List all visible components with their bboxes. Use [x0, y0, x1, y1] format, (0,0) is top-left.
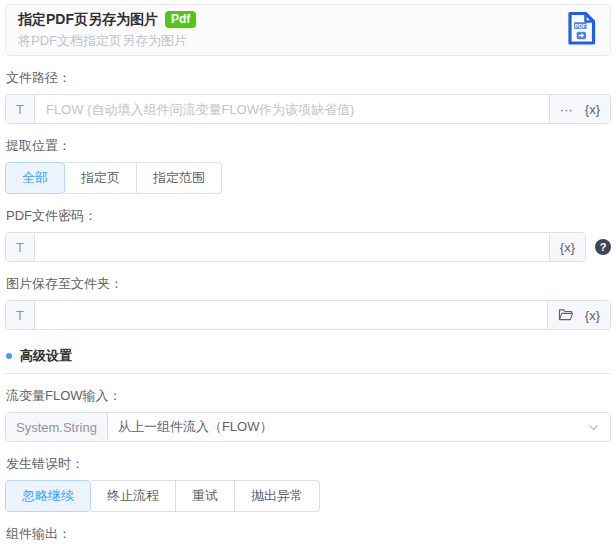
- component-output-label: 组件输出：: [6, 525, 609, 543]
- extract-position-radio-group: 全部 指定页 指定范围: [5, 162, 222, 194]
- page-subtitle: 将PDF文档指定页另存为图片: [18, 32, 196, 50]
- save-folder-input[interactable]: [35, 301, 547, 329]
- variable-picker-button[interactable]: {x}: [560, 241, 575, 254]
- radio-terminate-flow[interactable]: 终止流程: [91, 480, 176, 512]
- pdf-category-badge: Pdf: [165, 11, 196, 28]
- radio-specified-range[interactable]: 指定范围: [137, 162, 222, 194]
- advanced-settings-section-header: 高级设置: [6, 347, 611, 365]
- flow-input-select-group: System.String 从上一组件流入（FLOW）: [5, 412, 611, 442]
- pdf-password-label: PDF文件密码：: [6, 207, 609, 225]
- extract-position-label: 提取位置：: [6, 137, 609, 155]
- pdf-export-icon: PDF: [567, 11, 596, 49]
- help-icon[interactable]: ?: [595, 239, 611, 255]
- flow-input-selected-value: 从上一组件流入（FLOW）: [118, 418, 273, 436]
- bullet-dot-icon: [6, 353, 12, 359]
- variable-picker-button[interactable]: {x}: [585, 309, 600, 322]
- radio-all-pages[interactable]: 全部: [5, 162, 65, 194]
- radio-throw-exception[interactable]: 抛出异常: [235, 480, 320, 512]
- save-folder-input-group: T {x}: [5, 300, 611, 330]
- component-header: 指定PDF页另存为图片 Pdf 将PDF文档指定页另存为图片 PDF: [5, 4, 611, 56]
- advanced-settings-title: 高级设置: [20, 347, 72, 365]
- type-indicator-text: T: [6, 233, 35, 261]
- pdf-password-input-group: T {x}: [5, 232, 586, 262]
- radio-specified-page[interactable]: 指定页: [65, 162, 137, 194]
- section-divider: [5, 373, 611, 374]
- variable-picker-button[interactable]: {x}: [585, 103, 600, 116]
- save-folder-label: 图片保存至文件夹：: [6, 275, 609, 293]
- browse-ellipsis-button[interactable]: ···: [560, 103, 573, 116]
- file-path-input[interactable]: [35, 95, 549, 123]
- flow-input-label: 流变量FLOW输入：: [6, 387, 609, 405]
- folder-browse-icon[interactable]: [558, 308, 573, 323]
- pdf-password-input[interactable]: [35, 233, 549, 261]
- pdf-save-image-config-panel: 指定PDF页另存为图片 Pdf 将PDF文档指定页另存为图片 PDF 文件路径：…: [0, 0, 616, 544]
- radio-ignore-continue[interactable]: 忽略继续: [5, 480, 91, 512]
- file-path-input-group: T ··· {x}: [5, 94, 611, 124]
- type-indicator-text: T: [6, 95, 35, 123]
- flow-input-select[interactable]: 从上一组件流入（FLOW）: [108, 413, 610, 441]
- type-indicator-text: T: [6, 301, 35, 329]
- header-text: 指定PDF页另存为图片 Pdf 将PDF文档指定页另存为图片: [18, 11, 196, 50]
- file-path-label: 文件路径：: [6, 69, 609, 87]
- on-error-label: 发生错误时：: [6, 455, 609, 473]
- svg-text:PDF: PDF: [575, 23, 587, 29]
- page-title: 指定PDF页另存为图片: [18, 11, 158, 29]
- chevron-down-icon: [587, 421, 600, 434]
- on-error-radio-group: 忽略继续 终止流程 重试 抛出异常: [5, 480, 320, 512]
- flow-type-text: System.String: [6, 413, 108, 441]
- radio-retry[interactable]: 重试: [176, 480, 235, 512]
